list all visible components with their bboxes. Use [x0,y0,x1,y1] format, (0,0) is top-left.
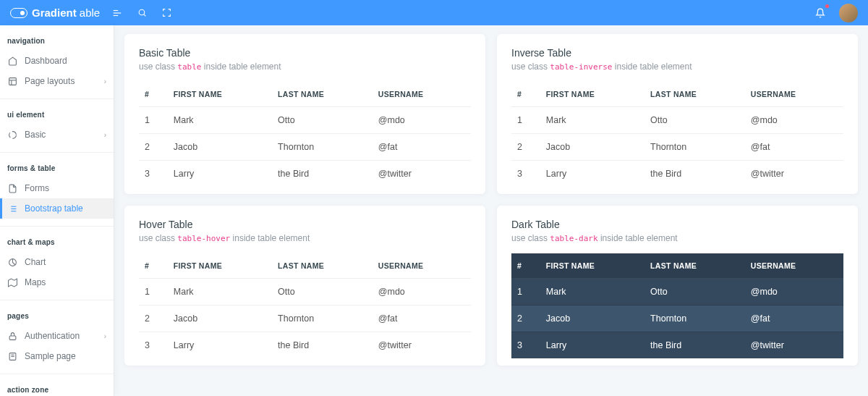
card-hover: Hover Tableuse class table-hover inside … [124,206,485,366]
sidebar-item-maps[interactable]: Maps [0,272,114,292]
table-cell: 1 [511,107,540,134]
table-cell: the Bird [644,332,745,359]
search-icon[interactable] [135,6,149,20]
table-cell: Larry [168,332,272,359]
table-cell: Otto [272,279,373,306]
avatar[interactable] [839,4,858,22]
sidebar-item-dashboard[interactable]: Dashboard [0,51,114,71]
table-cell: the Bird [272,332,373,359]
loader-icon [7,130,17,140]
nav-section-title: navigation [0,33,114,51]
sidebar-item-bootstrap-table[interactable]: Bootstrap table [0,198,114,219]
table-cell: 1 [511,279,540,306]
table-cell: the Bird [644,161,745,188]
table-row: 3Larrythe Bird@twitter [511,161,843,188]
card-title: Basic Table [139,47,471,59]
sidebar-item-chart[interactable]: Chart [0,252,114,272]
logo[interactable]: Gradient able [10,7,100,19]
table-cell: @twitter [373,332,471,359]
svg-line-4 [143,14,145,17]
table-header: USERNAME [745,253,843,279]
nav-section-title: chart & maps [0,234,114,252]
table-cell: 2 [139,134,168,161]
card-inverse: Inverse Tableuse class table-inverse ins… [497,34,858,194]
sidebar-item-sample-page[interactable]: Sample page [0,346,114,366]
sidebar-item-label: Bootstrap table [25,203,83,214]
sidebar-item-basic[interactable]: Basic› [0,125,114,145]
table-cell: Mark [168,279,272,306]
table-cell: 2 [511,134,540,161]
notification-icon[interactable] [813,6,827,20]
pie-icon [7,257,17,267]
table-cell: 3 [511,332,540,359]
table-header: USERNAME [373,253,471,279]
home-icon [7,56,17,66]
nav-section: ui elementBasic› [0,99,114,153]
svg-rect-5 [9,77,16,85]
table-cell: 3 [139,161,168,188]
table-cell: Jacob [540,134,644,161]
table-header: FIRST NAME [168,82,272,107]
table-cell: Jacob [540,306,644,332]
svg-point-8 [9,131,16,138]
card-basic: Basic Tableuse class table inside table … [124,34,485,194]
nav-section-title: ui element [0,106,114,125]
menu-toggle-icon[interactable] [110,6,124,20]
table-row: 1MarkOtto@mdo [139,107,471,134]
sidebar-item-label: Forms [25,183,49,193]
table-cell: Larry [540,161,644,188]
sidebar-item-authentication[interactable]: Authentication› [0,326,114,346]
sidebar-item-label: Authentication [25,331,80,341]
table-cell: @mdo [373,107,471,134]
table-header: USERNAME [745,82,843,107]
nav-section-title: action zone [0,382,114,396]
table-cell: @fat [373,306,471,332]
table-cell: @fat [373,134,471,161]
nav-section: action zone [0,374,114,396]
list-icon [7,203,17,214]
logo-text: Gradient able [32,7,100,19]
nav-section-title: pages [0,308,114,326]
sidebar-item-forms[interactable]: Forms [0,178,114,198]
table-header: LAST NAME [272,253,373,279]
sidebar-item-label: Sample page [25,351,76,361]
table-header: # [511,82,540,107]
table-row: 1MarkOtto@mdo [511,107,843,134]
table-cell: Otto [644,279,745,306]
map-icon [7,277,17,287]
table-cell: Otto [272,107,373,134]
table-cell: the Bird [272,161,373,188]
card-subtitle: use class table-dark inside table elemen… [511,233,843,243]
sidebar-item-label: Maps [25,277,46,287]
header: Gradient able [0,0,868,25]
table-row: 3Larrythe Bird@twitter [139,332,471,359]
table-cell: 2 [511,306,540,332]
main-content: Basic Tableuse class table inside table … [114,25,868,396]
sidebar-item-label: Basic [25,130,46,140]
data-table: #FIRST NAMELAST NAMEUSERNAME1MarkOtto@md… [139,253,471,358]
sidebar-item-page-layouts[interactable]: Page layouts› [0,71,114,91]
table-cell: Thornton [272,134,373,161]
nav-section: chart & mapsChartMaps [0,227,114,300]
fullscreen-icon[interactable] [159,6,174,20]
table-cell: @fat [745,306,843,332]
table-cell: Thornton [644,306,745,332]
table-cell: Jacob [168,134,272,161]
page-icon [7,351,17,361]
nav-section: pagesAuthentication›Sample page [0,300,114,374]
header-right [813,4,858,22]
table-header: FIRST NAME [540,253,644,279]
table-header: # [139,82,168,107]
table-cell: @mdo [745,107,843,134]
table-cell: 1 [139,107,168,134]
table-header: LAST NAME [644,253,745,279]
table-cell: @twitter [745,332,843,359]
card-title: Dark Table [511,219,843,230]
table-cell: 3 [139,332,168,359]
table-row: 1MarkOtto@mdo [511,279,843,306]
table-row: 1MarkOtto@mdo [139,279,471,306]
chevron-right-icon: › [104,332,106,340]
table-row: 3Larrythe Bird@twitter [511,332,843,359]
table-row: 2JacobThornton@fat [139,306,471,332]
table-header: LAST NAME [272,82,373,107]
